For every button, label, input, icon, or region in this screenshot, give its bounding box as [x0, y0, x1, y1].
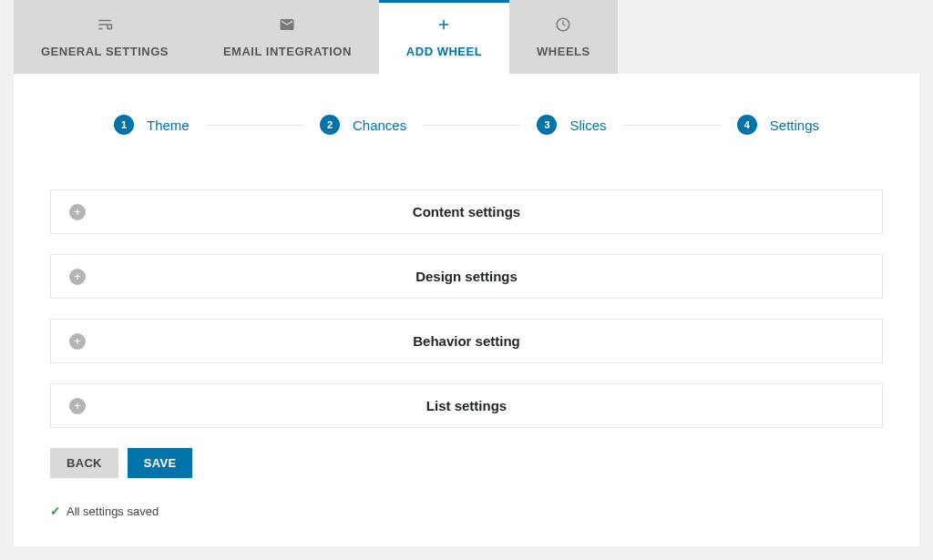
check-icon: ✓: [50, 504, 61, 518]
accordion-content-settings[interactable]: + Content settings: [50, 189, 883, 234]
tab-label: GENERAL SETTINGS: [41, 45, 169, 58]
tabs-bar: GENERAL SETTINGS EMAIL INTEGRATION ADD W…: [14, 0, 919, 74]
step-connector: [206, 125, 303, 126]
step-label: Chances: [353, 117, 406, 133]
back-button[interactable]: BACK: [50, 448, 118, 478]
panel-content: 1 Theme 2 Chances 3 Slices 4 Settings + …: [14, 74, 919, 541]
accordion-title: List settings: [69, 398, 864, 413]
accordion-design-settings[interactable]: + Design settings: [50, 254, 883, 299]
status-text: All settings saved: [67, 504, 159, 518]
step-number: 2: [320, 115, 340, 135]
tab-label: ADD WHEEL: [406, 45, 482, 58]
step-label: Settings: [770, 117, 819, 133]
accordion-behavior-setting[interactable]: + Behavior setting: [50, 319, 883, 363]
tab-add-wheel[interactable]: ADD WHEEL: [379, 0, 509, 74]
tab-wheels[interactable]: WHEELS: [509, 0, 618, 74]
stepper: 1 Theme 2 Chances 3 Slices 4 Settings: [50, 115, 883, 135]
save-button[interactable]: SAVE: [128, 448, 193, 478]
tab-email-integration[interactable]: EMAIL INTEGRATION: [196, 0, 379, 74]
action-buttons: BACK SAVE: [50, 448, 883, 478]
mail-icon: [279, 16, 295, 37]
step-chances[interactable]: 2 Chances: [320, 115, 406, 135]
accordion-list-settings[interactable]: + List settings: [50, 383, 883, 428]
tab-label: EMAIL INTEGRATION: [223, 45, 352, 58]
step-label: Theme: [147, 117, 190, 133]
status-message: ✓ All settings saved: [50, 504, 883, 518]
step-connector: [623, 125, 721, 126]
step-connector: [423, 125, 520, 126]
expand-icon: +: [69, 269, 86, 285]
expand-icon: +: [69, 398, 86, 414]
step-number: 4: [737, 115, 757, 135]
tab-label: WHEELS: [537, 45, 590, 58]
step-settings[interactable]: 4 Settings: [737, 115, 819, 135]
accordion-title: Content settings: [69, 204, 864, 219]
accordion-title: Behavior setting: [69, 333, 864, 349]
accordion-title: Design settings: [69, 269, 864, 284]
expand-icon: +: [69, 333, 86, 350]
tab-general-settings[interactable]: GENERAL SETTINGS: [14, 0, 196, 74]
sliders-icon: [97, 16, 113, 37]
step-theme[interactable]: 1 Theme: [114, 115, 190, 135]
step-number: 3: [537, 115, 557, 135]
step-slices[interactable]: 3 Slices: [537, 115, 606, 135]
step-number: 1: [114, 115, 134, 135]
plus-icon: [436, 16, 452, 37]
settings-panel: GENERAL SETTINGS EMAIL INTEGRATION ADD W…: [14, 0, 919, 546]
expand-icon: +: [69, 204, 86, 220]
gauge-icon: [555, 16, 571, 37]
step-label: Slices: [569, 117, 606, 133]
